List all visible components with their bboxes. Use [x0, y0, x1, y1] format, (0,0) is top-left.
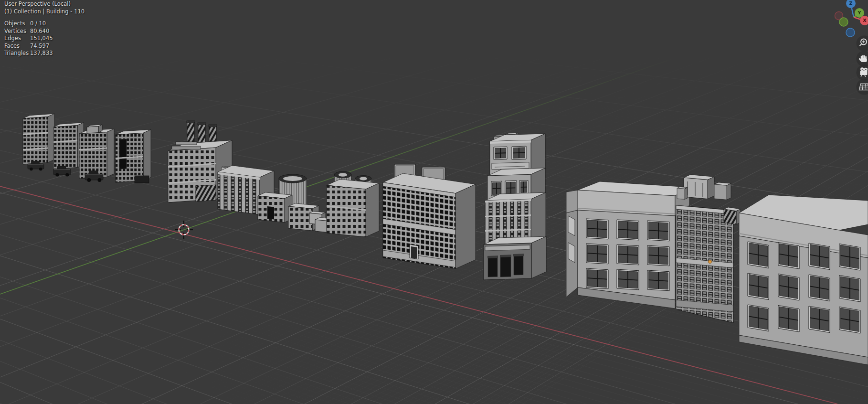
axis-gizmo[interactable]: ZYX: [835, 0, 868, 37]
svg-text:X: X: [863, 18, 867, 23]
viewport-overlay-text: User Perspective (Local) (1) Collection …: [4, 0, 85, 57]
highrise-tower[interactable]: [484, 133, 546, 280]
statistics-overlay: Objects0 / 10Vertices80,640Edges151,045F…: [4, 20, 85, 57]
view-perspective-label: User Perspective (Local): [4, 0, 85, 8]
stat-value: 151,045: [30, 35, 53, 43]
toolbar-button-camera-view[interactable]: [857, 65, 868, 81]
blender-3d-viewport[interactable]: User Perspective (Local) (1) Collection …: [0, 0, 868, 404]
stat-label: Objects: [4, 20, 30, 28]
stat-vertices: Vertices80,640: [4, 28, 85, 35]
stat-label: Edges: [4, 35, 30, 43]
toolbar-button-zoom[interactable]: [857, 36, 868, 52]
apartment-block-c[interactable]: [79, 125, 114, 179]
stat-faces: Faces74,597: [4, 43, 85, 50]
toolbar-button-pan-hand[interactable]: [857, 51, 868, 67]
stat-label: Vertices: [4, 28, 30, 35]
gizmo-axis-y-negative[interactable]: [839, 18, 848, 26]
apartment-block-a[interactable]: [23, 114, 54, 164]
stat-label: Triangles: [4, 50, 30, 57]
stat-value: 137,833: [30, 50, 53, 57]
apartment-block-d[interactable]: [116, 129, 151, 182]
object-origin-dot[interactable]: [709, 260, 712, 264]
stat-label: Faces: [4, 43, 30, 50]
viewport-canvas[interactable]: [0, 0, 868, 404]
viewport-toolbar: [857, 36, 868, 95]
gizmo-axis-z-negative[interactable]: [846, 28, 855, 37]
toolbar-button-orthographic-grid[interactable]: [857, 79, 868, 95]
svg-text:Y: Y: [857, 10, 861, 15]
stat-value: 74,597: [30, 43, 49, 50]
stat-value: 0 / 10: [30, 20, 46, 28]
gizmo-axis-z[interactable]: Z: [846, 0, 856, 8]
stat-edges: Edges151,045: [4, 35, 85, 43]
stat-value: 80,640: [30, 28, 49, 35]
svg-text:Z: Z: [849, 0, 853, 6]
stat-triangles: Triangles137,833: [4, 50, 85, 57]
navigation-overlay: ZYX: [806, 0, 868, 100]
collection-breadcrumb: (1) Collection | Building - 110: [4, 8, 85, 16]
stat-objects: Objects0 / 10: [4, 20, 85, 28]
